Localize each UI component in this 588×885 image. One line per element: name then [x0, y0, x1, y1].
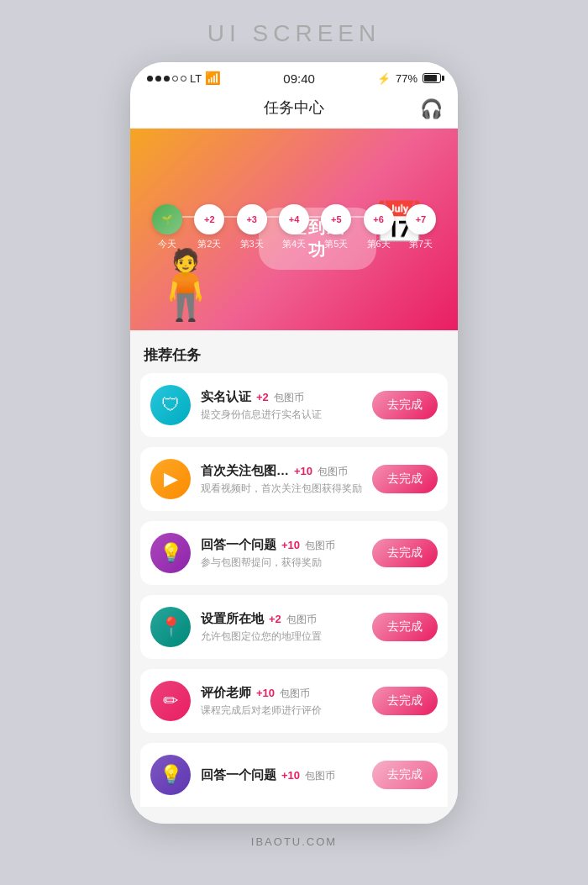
task-name-5: 评价老师: [201, 685, 251, 701]
dot-3: [164, 76, 170, 82]
streak-label-2: 第2天: [197, 238, 221, 250]
nav-bar: 任务中心 🎧: [130, 91, 458, 129]
task-title-row-4: 设置所在地 +2 包图币: [201, 611, 362, 627]
task-reward-unit-1: 包图币: [274, 391, 304, 405]
status-bar: LT 📶 09:40 ⚡ 77%: [130, 62, 458, 91]
status-left: LT 📶: [147, 71, 221, 86]
task-item-2: ▶ 首次关注包图… +10 包图币 观看视频时，首次关注包图获得奖励 去完成: [140, 447, 448, 511]
streak-label-5: 第5天: [324, 238, 348, 250]
task-reward-2: +10: [294, 465, 312, 477]
section-title: 推荐任务: [130, 330, 458, 373]
task-desc-3: 参与包图帮提问，获得奖励: [201, 556, 362, 570]
task-desc-4: 允许包图定位您的地理位置: [201, 630, 362, 644]
headset-icon[interactable]: 🎧: [420, 98, 443, 120]
task-info-6: 回答一个问题 +10 包图币: [201, 767, 362, 783]
task-title-row-5: 评价老师 +10 包图币: [201, 685, 362, 701]
streak-circle-1: 🌱: [152, 204, 182, 234]
task-reward-unit-2: 包图币: [318, 465, 348, 479]
streak-day-3[interactable]: +3 第3天: [237, 204, 267, 250]
task-reward-1: +2: [256, 391, 269, 403]
task-name-4: 设置所在地: [201, 611, 264, 627]
task-item-6: 💡 回答一个问题 +10 包图币 去完成: [140, 743, 448, 807]
task-btn-5[interactable]: 去完成: [372, 687, 438, 715]
task-name-2: 首次关注包图…: [201, 463, 289, 479]
task-info-2: 首次关注包图… +10 包图币 观看视频时，首次关注包图获得奖励: [201, 463, 362, 496]
streak-circle-6: +6: [364, 204, 394, 234]
dot-5: [181, 76, 186, 82]
streak-row: 🌱 今天 +2 第2天 +3 第3天 +4 第4天: [144, 192, 444, 250]
status-right: ⚡ 77%: [377, 72, 441, 85]
streak-day-2[interactable]: +2 第2天: [194, 204, 224, 250]
streak-label-4: 第4天: [282, 238, 306, 250]
task-name-6: 回答一个问题: [201, 767, 276, 783]
task-title-row-3: 回答一个问题 +10 包图币: [201, 537, 362, 553]
streak-label-1: 今天: [158, 238, 176, 250]
task-item-1: 🛡 实名认证 +2 包图币 提交身份信息进行实名认证 去完成: [140, 373, 448, 437]
task-title-row-6: 回答一个问题 +10 包图币: [201, 767, 362, 783]
task-icon-6: 💡: [150, 755, 191, 795]
time-display: 09:40: [283, 71, 315, 86]
task-reward-3: +10: [281, 539, 300, 551]
task-info-4: 设置所在地 +2 包图币 允许包图定位您的地理位置: [201, 611, 362, 644]
task-info-1: 实名认证 +2 包图币 提交身份信息进行实名认证: [201, 389, 362, 422]
dot-4: [172, 76, 178, 82]
battery-icon: [423, 73, 441, 83]
streak-label-6: 第6天: [367, 238, 391, 250]
task-name-3: 回答一个问题: [201, 537, 276, 553]
wifi-icon: 📶: [205, 71, 221, 86]
task-info-5: 评价老师 +10 包图币 课程完成后对老师进行评价: [201, 685, 362, 718]
bluetooth-icon: ⚡: [377, 72, 391, 85]
dot-1: [147, 76, 153, 82]
phone-shell: LT 📶 09:40 ⚡ 77% 任务中心 🎧 🧍 签到成功 📅: [130, 62, 458, 824]
signal-dots: [147, 76, 186, 82]
task-list: 🛡 实名认证 +2 包图币 提交身份信息进行实名认证 去完成 ▶ 首次关注包图…: [130, 373, 458, 807]
battery-fill: [424, 75, 437, 82]
task-desc-5: 课程完成后对老师进行评价: [201, 703, 362, 718]
task-info-3: 回答一个问题 +10 包图币 参与包图帮提问，获得奖励: [201, 537, 362, 570]
task-reward-unit-4: 包图币: [286, 613, 317, 627]
streak-day-5[interactable]: +5 第5天: [321, 204, 351, 250]
streak-circle-5: +5: [321, 204, 351, 234]
task-item-5: ✏ 评价老师 +10 包图币 课程完成后对老师进行评价 去完成: [140, 669, 448, 733]
task-btn-3[interactable]: 去完成: [372, 539, 438, 567]
battery-percent: 77%: [396, 72, 417, 85]
task-item-3: 💡 回答一个问题 +10 包图币 参与包图帮提问，获得奖励 去完成: [140, 521, 448, 585]
content-area: 推荐任务 🛡 实名认证 +2 包图币 提交身份信息进行实名认证 去完成 ▶: [130, 330, 458, 824]
task-icon-5: ✏: [150, 681, 191, 721]
nav-title: 任务中心: [264, 97, 324, 118]
streak-day-1[interactable]: 🌱 今天: [152, 204, 182, 250]
streak-circle-2: +2: [194, 204, 224, 234]
streak-circle-3: +3: [237, 204, 267, 234]
person-illustration: 🧍: [144, 251, 228, 319]
task-reward-4: +2: [269, 613, 281, 625]
task-reward-unit-5: 包图币: [280, 687, 310, 701]
task-reward-5: +10: [256, 687, 275, 699]
task-icon-2: ▶: [150, 459, 191, 499]
streak-day-4[interactable]: +4 第4天: [279, 204, 309, 250]
sign-in-banner: 🧍 签到成功 📅 🌱 今天 +2 第2天 +: [130, 129, 458, 330]
carrier-label: LT: [190, 72, 202, 85]
task-reward-6: +10: [281, 769, 300, 782]
bottom-label: IBAOTU.COM: [251, 824, 337, 856]
streak-circle-4: +4: [279, 204, 309, 234]
streak-label-7: 第7天: [409, 238, 433, 250]
task-desc-1: 提交身份信息进行实名认证: [201, 408, 362, 422]
task-title-row-2: 首次关注包图… +10 包图币: [201, 463, 362, 479]
task-reward-unit-6: 包图币: [305, 769, 335, 783]
task-desc-2: 观看视频时，首次关注包图获得奖励: [201, 482, 362, 496]
streak-day-6[interactable]: +6 第6天: [364, 204, 394, 250]
streak-circle-7: +7: [406, 204, 436, 234]
task-name-1: 实名认证: [201, 389, 251, 405]
task-icon-1: 🛡: [150, 385, 191, 425]
task-btn-2[interactable]: 去完成: [372, 465, 438, 493]
streak-day-7[interactable]: +7 第7天: [406, 204, 436, 250]
task-btn-1[interactable]: 去完成: [372, 391, 438, 419]
task-reward-unit-3: 包图币: [305, 539, 335, 553]
task-icon-3: 💡: [150, 533, 191, 573]
page-header-label: UI SCREEN: [207, 0, 381, 62]
task-btn-4[interactable]: 去完成: [372, 613, 438, 641]
task-icon-4: 📍: [150, 607, 191, 647]
dot-2: [155, 76, 161, 82]
task-btn-6[interactable]: 去完成: [372, 761, 438, 789]
streak-label-3: 第3天: [240, 238, 264, 250]
